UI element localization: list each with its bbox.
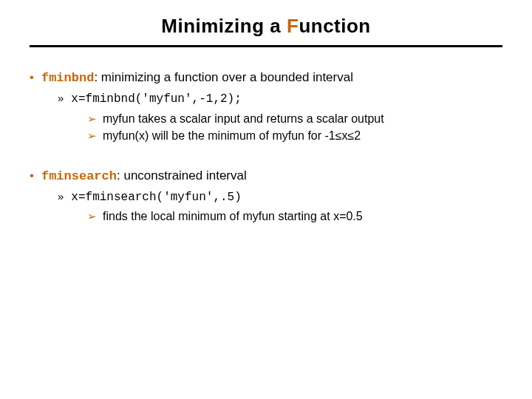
title-orange-letter: F — [287, 15, 299, 37]
arrow-icon: ➢ — [87, 210, 97, 223]
sub-sub-2: ➢ myfun(x) will be the minimum of myfun … — [87, 128, 502, 144]
s2-post: 2 — [354, 129, 361, 142]
title-post: unction — [299, 15, 370, 37]
s2-le2: ≤ — [348, 129, 355, 142]
bullet-fminsearch-text: fminsearch: unconstrained interval — [41, 168, 247, 185]
sub-bullet-fminsearch-code: » x=fminsearch('myfun',.5) — [58, 190, 502, 206]
myfun-desc-2: myfun(x) will be the minimum of myfun fo… — [103, 128, 361, 144]
sub-sub-fminsearch: ➢ finds the local minimum of myfun start… — [87, 208, 502, 225]
bullet-fminbnd: • fminbnd: minimizing a function over a … — [30, 69, 502, 87]
fminbnd-rest: : minimizing a function over a bounded i… — [94, 70, 353, 84]
bullet-dot-icon: • — [30, 169, 34, 182]
raquo-icon: » — [58, 190, 64, 202]
s2-pre: myfun(x) will be the minimum of myfun fo… — [103, 129, 335, 142]
title-pre: Minimizing a — [161, 15, 287, 37]
fminbnd-example-code: x=fminbnd('myfun',-1,2); — [71, 92, 241, 108]
myfun-desc-1: myfun takes a scalar input and returns a… — [103, 111, 384, 127]
arrow-icon: ➢ — [87, 129, 97, 143]
bullet-fminbnd-text: fminbnd: minimizing a function over a bo… — [41, 69, 353, 87]
fminsearch-example-code: x=fminsearch('myfun',.5) — [71, 190, 241, 206]
sub-bullet-fminbnd-code: » x=fminbnd('myfun',-1,2); — [58, 92, 502, 108]
arrow-icon: ➢ — [87, 112, 97, 126]
spacer — [30, 146, 502, 168]
fminsearch-code: fminsearch — [41, 169, 117, 183]
bullet-dot-icon: • — [30, 71, 34, 83]
fminbnd-code: fminbnd — [41, 71, 94, 85]
s2-mid: x — [342, 129, 348, 142]
fminsearch-rest: : unconstrained interval — [117, 168, 247, 183]
slide-title: Minimizing a Function — [30, 15, 502, 47]
slide: Minimizing a Function • fminbnd: minimiz… — [0, 0, 532, 225]
s2-le1: ≤ — [335, 129, 342, 142]
fminsearch-desc: finds the local minimum of myfun startin… — [103, 208, 363, 225]
raquo-icon: » — [58, 92, 64, 104]
sub-sub-1: ➢ myfun takes a scalar input and returns… — [87, 111, 502, 127]
bullet-fminsearch: • fminsearch: unconstrained interval — [30, 168, 502, 185]
